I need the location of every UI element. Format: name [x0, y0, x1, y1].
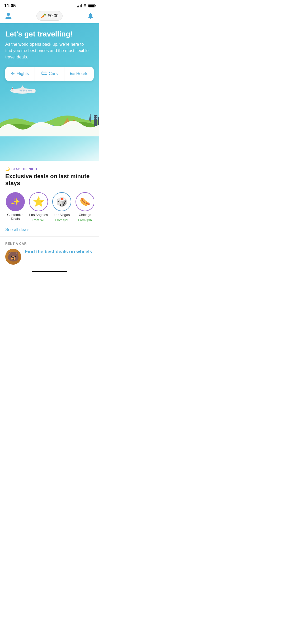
- cloud-wave: [0, 113, 99, 136]
- home-indicator: [0, 269, 99, 274]
- star-icon: ⭐: [33, 196, 45, 207]
- deal-price-lv: From $21: [55, 218, 68, 222]
- svg-point-11: [26, 90, 27, 91]
- car-icon: [41, 71, 47, 76]
- dice-icon: 🎲: [56, 196, 67, 207]
- deal-los-angeles[interactable]: ⭐ Los Angeles From $20: [29, 192, 49, 222]
- stay-section: 🌙 STAY THE NIGHT Exclusive deals on last…: [0, 161, 99, 236]
- svg-point-10: [23, 90, 25, 91]
- section-label-stay: 🌙 STAY THE NIGHT: [5, 167, 94, 171]
- svg-point-2: [45, 74, 46, 75]
- deal-las-vegas[interactable]: 🎲 Las Vegas From $21: [52, 192, 72, 222]
- travel-tabs: ✈ Flights Cars 🛏 Hotels: [5, 67, 94, 81]
- user-profile-button[interactable]: [4, 12, 13, 20]
- deal-circle-customize: ✨: [6, 192, 25, 211]
- deals-row: ✨ CustomizeDeals ⭐ Los Angeles From $20 …: [5, 192, 94, 223]
- hero-illustration: [5, 78, 94, 136]
- svg-point-9: [20, 90, 22, 91]
- carrot-icon: 🥕: [40, 13, 46, 19]
- reward-balance-pill[interactable]: 🥕 $0.00: [36, 11, 62, 21]
- stay-section-title: Exclusive deals on last minute stays: [5, 173, 94, 187]
- rent-section-label: RENT A CAR: [5, 242, 94, 246]
- tab-flights[interactable]: ✈ Flights: [5, 67, 35, 81]
- status-bar: 11:05: [0, 0, 99, 10]
- signal-icon: [77, 4, 82, 7]
- svg-rect-8: [12, 88, 13, 89]
- tab-cars[interactable]: Cars: [35, 67, 64, 81]
- deal-price-la: From $20: [32, 218, 45, 222]
- see-all-deals-link[interactable]: See all deals: [5, 227, 30, 232]
- svg-point-13: [30, 90, 32, 91]
- tab-flights-label: Flights: [16, 71, 29, 76]
- stay-section-label-text: STAY THE NIGHT: [12, 167, 39, 171]
- deal-name-lv: Las Vegas: [54, 213, 70, 217]
- deal-name-la: Los Angeles: [29, 213, 48, 217]
- deal-circle-la: ⭐: [29, 192, 48, 211]
- rent-car-section: RENT A CAR 🐻 Find the best deals on whee…: [0, 236, 99, 269]
- rent-text-block: Find the best deals on wheels: [25, 249, 94, 255]
- hero-subtitle: As the world opens back up, we're here t…: [5, 41, 90, 60]
- tab-hotels-label: Hotels: [76, 71, 88, 76]
- deal-chicago[interactable]: 🌭 Chicago From $36: [75, 192, 94, 222]
- reward-amount-text: $0.00: [48, 13, 58, 18]
- tab-cars-label: Cars: [49, 71, 58, 76]
- hero-section: Let's get travelling! As the world opens…: [0, 23, 99, 161]
- moon-icon: 🌙: [5, 167, 10, 171]
- rent-avatar: 🐻: [5, 249, 21, 265]
- rent-content: 🐻 Find the best deals on wheels: [5, 249, 94, 265]
- hotel-icon: 🛏: [70, 71, 75, 76]
- home-bar: [32, 271, 67, 272]
- hero-title: Let's get travelling!: [5, 30, 94, 39]
- rent-title: Find the best deals on wheels: [25, 249, 94, 255]
- deal-circle-lv: 🎲: [52, 192, 71, 211]
- wand-icon: ✨: [11, 197, 20, 206]
- hotdog-icon: 🌭: [80, 197, 90, 207]
- deal-name-chicago: Chicago: [79, 213, 91, 217]
- status-time: 11:05: [4, 3, 16, 8]
- flight-icon: ✈: [11, 71, 15, 77]
- airplane-illustration: [8, 84, 40, 97]
- tab-hotels[interactable]: 🛏 Hotels: [64, 67, 94, 81]
- notifications-button[interactable]: [86, 12, 95, 20]
- deal-name-customize: CustomizeDeals: [7, 213, 23, 221]
- wifi-icon: [83, 4, 87, 8]
- deal-circle-chicago: 🌭: [76, 192, 94, 211]
- deal-price-chicago: From $36: [78, 218, 92, 222]
- deal-customize[interactable]: ✨ CustomizeDeals: [5, 192, 25, 222]
- svg-marker-6: [18, 85, 26, 91]
- svg-point-12: [28, 90, 30, 91]
- battery-icon: [88, 4, 95, 7]
- svg-point-1: [42, 74, 43, 75]
- nav-bar: 🥕 $0.00: [0, 10, 99, 23]
- status-icons: [77, 4, 95, 8]
